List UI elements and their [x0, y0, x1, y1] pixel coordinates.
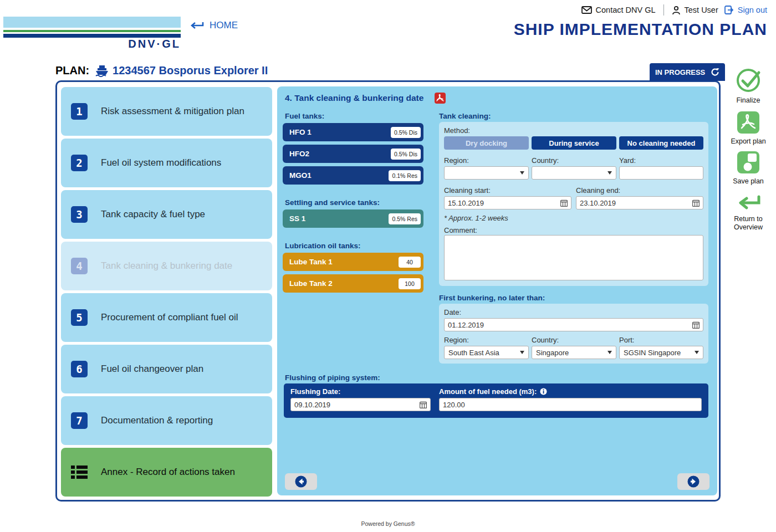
tank-badge: 0.5% Dis	[391, 149, 421, 160]
pdf-icon[interactable]	[435, 93, 446, 106]
chevron-down-icon	[607, 171, 612, 175]
arrow-right-icon	[687, 475, 700, 488]
fuel-amount-input[interactable]	[443, 401, 698, 409]
cleaning-country-label: Country:	[532, 156, 559, 165]
bunkering-date-input[interactable]	[448, 321, 692, 329]
cleaning-end-input[interactable]	[580, 199, 692, 207]
bunkering-country-select[interactable]: Singapore	[532, 346, 616, 359]
cleaning-end-label: Cleaning end:	[576, 186, 620, 195]
tank-name: Lube Tank 1	[289, 258, 333, 266]
bunkering-region-label: Region:	[444, 336, 469, 344]
tank-badge: 0.1% Res	[389, 170, 421, 181]
home-link[interactable]: HOME	[188, 20, 238, 31]
tank-name: MGO1	[289, 171, 312, 180]
flushing-date-input[interactable]	[294, 401, 420, 409]
settling-tanks-label: Settling and service tanks:	[285, 198, 380, 207]
tank-badge: 0.5% Res	[389, 213, 421, 224]
sidebar-item-risk-assessment[interactable]: 1 Risk assessment & mitigation plan	[61, 87, 272, 136]
method-label: Method:	[444, 126, 470, 135]
save-plan-action[interactable]: Save plan	[727, 151, 769, 186]
finalize-action[interactable]: Finalize	[727, 68, 769, 105]
return-overview-label: Return to Overview	[727, 215, 769, 232]
step-number: 2	[71, 155, 88, 171]
tank-hfo2[interactable]: HFO2 0.5% Dis	[283, 145, 423, 163]
sidebar-item-annex[interactable]: Annex - Record of actions taken	[61, 448, 272, 497]
sidebar-item-documentation[interactable]: 7 Documentation & reporting	[61, 396, 272, 445]
return-overview-action[interactable]: Return to Overview	[727, 195, 769, 232]
bunkering-port-label: Port:	[619, 336, 634, 344]
step-number: 7	[71, 412, 88, 429]
tank-mgo1[interactable]: MGO1 0.1% Res	[283, 166, 423, 185]
page: Contact DNV GL Test User Sign out DNV·GL	[0, 0, 776, 532]
export-plan-action[interactable]: Export plan	[727, 111, 769, 146]
comment-label: Comment:	[444, 226, 477, 234]
sidebar-item-tank-capacity[interactable]: 3 Tank capacity & fuel type	[61, 190, 272, 239]
calendar-icon[interactable]	[420, 401, 427, 408]
bunkering-date-input-wrap	[444, 318, 703, 331]
contact-label: Contact DNV GL	[596, 6, 656, 14]
sign-out-link[interactable]: Sign out	[724, 5, 767, 15]
bunkering-port-select[interactable]: SGSIN Singapore	[619, 346, 703, 359]
finalize-check-icon	[736, 68, 761, 93]
calendar-icon[interactable]	[560, 200, 568, 207]
sidebar-item-procurement[interactable]: 5 Procurement of compliant fuel oil	[61, 293, 272, 342]
app-title: SHIP IMPLEMENTATION PLAN	[514, 20, 767, 39]
refresh-icon[interactable]	[711, 68, 719, 76]
bunkering-country-label: Country:	[532, 336, 559, 344]
tank-lube2[interactable]: Lube Tank 2 100	[283, 274, 423, 293]
sidebar-item-fuel-oil-modifications[interactable]: 2 Fuel oil system modifications	[61, 139, 272, 187]
sidebar-item-changeover-plan[interactable]: 6 Fuel oil changeover plan	[61, 345, 272, 393]
tank-cleaning-panel: Method: Dry docking During service No cl…	[439, 122, 708, 286]
tank-ss1[interactable]: SS 1 0.5% Res	[283, 209, 423, 228]
user-menu[interactable]: Test User	[672, 6, 718, 15]
chevron-down-icon	[520, 171, 524, 175]
comment-textarea[interactable]	[444, 235, 703, 280]
flushing-date-label: Flushing Date:	[290, 387, 340, 396]
next-step-button[interactable]	[677, 473, 709, 490]
list-icon	[71, 466, 88, 479]
home-label: HOME	[210, 20, 238, 31]
tank-hfo1[interactable]: HFO 1 0.5% Dis	[283, 123, 423, 141]
tank-lube1[interactable]: Lube Tank 1 40	[283, 253, 423, 271]
cleaning-region-select[interactable]	[444, 166, 529, 180]
cleaning-end-input-wrap	[576, 196, 703, 209]
logo-bar-navy	[3, 34, 181, 38]
flushing-label: Flushing of piping system:	[285, 374, 380, 382]
sign-out-label: Sign out	[738, 6, 767, 14]
tank-badge: 100	[399, 278, 421, 289]
info-icon[interactable]	[540, 388, 547, 395]
bunkering-region-value: South East Asia	[448, 349, 499, 357]
status-text: IN PROGRESS	[655, 68, 705, 76]
status-badge: IN PROGRESS	[650, 63, 725, 81]
step-number: 4	[71, 258, 88, 274]
calendar-icon[interactable]	[692, 321, 700, 329]
cleaning-start-label: Cleaning start:	[444, 186, 491, 195]
sidebar-item-label: Tank cleaning & bunkering date	[101, 260, 232, 272]
chevron-down-icon	[607, 351, 612, 354]
tank-name: SS 1	[289, 214, 305, 223]
step-number: 5	[71, 309, 88, 326]
bunkering-country-value: Singapore	[536, 349, 569, 357]
cleaning-yard-input[interactable]	[623, 169, 700, 177]
pdf-export-icon	[737, 111, 760, 134]
tank-name: HFO2	[289, 150, 309, 158]
topbar-divider	[663, 4, 664, 16]
arrow-left-icon	[295, 475, 307, 488]
cleaning-start-input[interactable]	[448, 199, 560, 207]
sidebar-item-label: Fuel oil system modifications	[101, 157, 221, 168]
ship-icon	[95, 65, 109, 77]
lube-tanks-label: Lubrication oil tanks:	[285, 242, 361, 250]
sidebar-item-label: Annex - Record of actions taken	[101, 467, 235, 478]
contact-link[interactable]: Contact DNV GL	[581, 6, 656, 14]
sidebar-item-tank-cleaning-active[interactable]: 4 Tank cleaning & bunkering date	[61, 242, 272, 290]
cleaning-country-select[interactable]	[532, 166, 616, 180]
method-during-service-button[interactable]: During service	[532, 136, 616, 150]
calendar-icon[interactable]	[692, 200, 700, 207]
prev-step-button[interactable]	[285, 473, 317, 490]
first-bunkering-panel: Date: Region: Country: Port: South East …	[439, 304, 708, 364]
method-dry-docking-button[interactable]: Dry docking	[444, 136, 529, 150]
export-plan-label: Export plan	[727, 137, 769, 146]
method-no-cleaning-button[interactable]: No cleaning needed	[619, 136, 703, 150]
sidebar-item-label: Risk assessment & mitigation plan	[101, 106, 244, 117]
bunkering-region-select[interactable]: South East Asia	[444, 346, 529, 359]
